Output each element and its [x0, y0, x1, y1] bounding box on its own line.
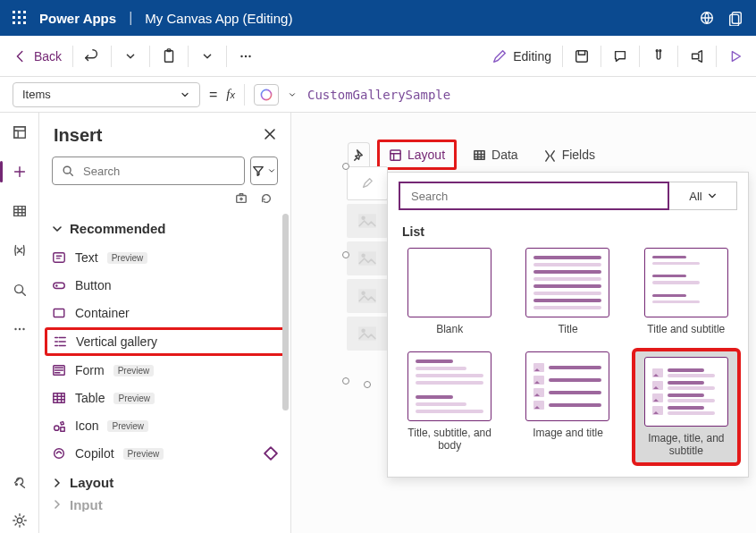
svg-rect-1 [18, 11, 21, 13]
insert-filter-button[interactable] [250, 157, 278, 185]
rail-settings[interactable] [7, 508, 32, 533]
undo-button[interactable] [84, 48, 100, 64]
chevron-down-icon[interactable] [288, 90, 297, 99]
insert-item-button[interactable]: Button [45, 272, 285, 299]
premium-icon [264, 446, 278, 461]
insert-title: Insert [54, 125, 102, 146]
comments-button[interactable] [612, 48, 628, 64]
rail-variables[interactable] [7, 238, 32, 263]
rail-tools[interactable] [7, 469, 32, 494]
gallery-preview[interactable] [347, 166, 388, 351]
paste-chevron[interactable] [199, 48, 215, 64]
separator [601, 46, 601, 67]
svg-rect-6 [13, 21, 15, 24]
gallery-template-row [347, 279, 388, 313]
more-button[interactable] [238, 48, 254, 64]
item-label: Icon [75, 419, 98, 433]
layout-card-lines[interactable]: Title [517, 248, 618, 335]
tab-label: Layout [407, 148, 445, 162]
layout-thumb [644, 357, 728, 427]
environment-icon[interactable] [699, 10, 715, 26]
layout-card-img2[interactable]: Image, title, and subtitle [635, 351, 737, 462]
item-label: Container [75, 306, 130, 320]
group-input[interactable]: Input [45, 497, 285, 512]
equals-icon: = [209, 87, 217, 103]
tab-data[interactable]: Data [464, 142, 527, 167]
item-label: Table [75, 391, 105, 405]
insert-item-form[interactable]: FormPreview [45, 357, 285, 384]
waffle-icon[interactable] [13, 11, 27, 25]
pin-icon [352, 148, 365, 162]
layout-card-img1[interactable]: Image and title [517, 351, 618, 462]
layout-card-linesbody[interactable]: Title, subtitle, and body [399, 351, 500, 462]
tab-fields[interactable]: Fields [534, 142, 604, 167]
separator [677, 46, 678, 67]
group-label: Layout [70, 475, 113, 490]
canvas[interactable]: Layout Data Fields [291, 113, 756, 533]
svg-rect-3 [13, 16, 15, 19]
group-recommended[interactable]: Recommended [45, 214, 285, 243]
svg-point-35 [55, 284, 57, 286]
insert-tree[interactable]: Recommended TextPreviewButtonContainerVe… [39, 212, 290, 520]
group-layout[interactable]: Layout [45, 468, 285, 497]
insert-item-copilot[interactable]: CopilotPreview [45, 440, 285, 467]
svg-rect-42 [391, 149, 400, 159]
insert-item-table[interactable]: TablePreview [45, 385, 285, 411]
refresh-icon[interactable] [260, 192, 273, 208]
brand-name[interactable]: Power Apps [39, 11, 116, 26]
formula-copilot-button[interactable] [254, 84, 279, 106]
svg-point-39 [55, 426, 59, 430]
title-divider: | [129, 10, 132, 26]
item-label: Copilot [75, 446, 114, 461]
insert-item-container[interactable]: Container [45, 300, 285, 326]
svg-rect-40 [61, 427, 64, 431]
filter-icon [252, 165, 265, 177]
paste-button[interactable] [161, 48, 177, 64]
svg-rect-24 [13, 207, 25, 216]
rail-overflow[interactable] [7, 317, 32, 342]
pin-button[interactable] [348, 142, 370, 167]
formula-input[interactable] [306, 82, 743, 107]
play-button[interactable] [727, 48, 743, 64]
svg-rect-2 [23, 11, 26, 13]
layout-card-blank[interactable]: Blank [399, 248, 500, 335]
layout-filter-all[interactable]: All [669, 182, 737, 210]
property-selector[interactable]: Items [13, 82, 200, 107]
edit-mode-button[interactable]: Editing [491, 48, 551, 64]
svg-point-30 [17, 518, 21, 522]
layout-card-label: Image, title, and subtitle [641, 432, 732, 457]
separator [639, 46, 640, 67]
edit-mode-label: Editing [513, 49, 551, 63]
layout-search-input[interactable] [409, 189, 659, 204]
layout-search[interactable] [399, 182, 669, 210]
share-icon[interactable] [727, 10, 743, 26]
button-icon [52, 278, 66, 292]
rail-data[interactable] [7, 199, 32, 224]
svg-point-29 [15, 484, 17, 486]
insert-search-input[interactable] [81, 164, 235, 179]
svg-rect-38 [54, 393, 64, 403]
get-more-icon[interactable] [235, 192, 248, 208]
svg-rect-46 [358, 251, 376, 265]
scrollbar-thumb[interactable] [282, 214, 289, 410]
gallery-header [347, 166, 388, 200]
insert-item-iconshape[interactable]: IconPreview [45, 412, 285, 439]
insert-item-vgallery[interactable]: Vertical gallery [45, 327, 285, 356]
insert-item-text[interactable]: TextPreview [45, 244, 285, 271]
chevron-right-icon [52, 499, 63, 510]
checker-button[interactable] [651, 48, 667, 64]
undo-chevron[interactable] [122, 48, 139, 64]
share2-button[interactable] [689, 48, 705, 64]
layout-card-linesub[interactable]: Title and subtitle [635, 248, 737, 335]
tab-layout[interactable]: Layout [377, 140, 457, 170]
save-button[interactable] [574, 48, 590, 64]
rail-search[interactable] [7, 277, 32, 302]
close-insert-button[interactable] [264, 128, 276, 144]
insert-panel: Insert Recommended TextPreviewButtonCon [39, 113, 291, 533]
rail-tree-view[interactable] [7, 120, 32, 145]
back-button[interactable]: Back [13, 48, 62, 64]
rail-insert[interactable] [7, 159, 32, 184]
svg-point-28 [22, 328, 24, 330]
title-bar: Power Apps | My Canvas App (Editing) [0, 0, 756, 36]
insert-search[interactable] [52, 157, 245, 185]
